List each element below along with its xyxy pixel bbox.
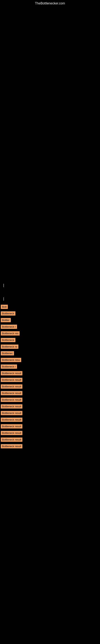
bottleneck-label: Bottleneck result — [1, 424, 22, 428]
bottleneck-item[interactable]: Bott — [0, 304, 100, 310]
bottleneck-item[interactable]: Bottlenec — [0, 350, 100, 356]
bottleneck-item[interactable]: Bottleneck — [0, 337, 100, 343]
bottleneck-label: Bottleneck result — [1, 384, 22, 388]
bottleneck-label: Bottleneck result — [1, 398, 22, 402]
bottleneck-label: Bottleneck result — [1, 438, 22, 442]
bottleneck-label: Bottleneck result — [1, 371, 22, 375]
bottleneck-item[interactable]: Bottleneck result — [0, 423, 100, 430]
bottleneck-item[interactable]: Bottleneck result — [0, 396, 100, 403]
bottleneck-item[interactable]: Bottler — [0, 317, 100, 324]
bottleneck-item[interactable]: Bottleneck — [0, 310, 100, 317]
bottleneck-item[interactable]: Bottleneck result — [0, 376, 100, 383]
bottleneck-label: Bottleneck result — [1, 418, 22, 422]
bottleneck-list: BottBottleneckBottlerBottleneck rBottlen… — [0, 304, 100, 450]
bottleneck-label: Bottleneck — [1, 311, 15, 316]
bottleneck-label: Bottleneck r — [1, 364, 17, 369]
bottleneck-label: Bottleneck result — [1, 431, 22, 435]
bottleneck-item[interactable]: Bottleneck result — [0, 383, 100, 390]
bottleneck-label: Bott — [1, 305, 8, 309]
bottleneck-item[interactable]: Bottleneck result — [0, 436, 100, 443]
bottleneck-label: Bottlenec — [1, 351, 14, 356]
cursor-1: | — [1, 283, 4, 287]
bottleneck-item[interactable]: Bottleneck result — [0, 443, 100, 450]
bottleneck-item[interactable]: Bottleneck result — [0, 416, 100, 423]
bottleneck-label: Bottleneck result — [1, 378, 22, 382]
bottleneck-label: Bottleneck res — [1, 331, 20, 336]
bottleneck-item[interactable]: Bottleneck re — [0, 343, 100, 350]
bottleneck-item[interactable]: Bottleneck res — [0, 330, 100, 337]
bottleneck-item[interactable]: Bottleneck resu — [0, 356, 100, 363]
site-title: TheBottlenecker.com — [0, 0, 100, 7]
bottleneck-item[interactable]: Bottleneck result — [0, 430, 100, 436]
bottleneck-label: Bottleneck result — [1, 391, 22, 395]
bottleneck-label: Bottleneck — [1, 338, 15, 342]
cursor-2: | — [1, 297, 4, 301]
bottleneck-label: Bottleneck re — [1, 344, 18, 349]
bottleneck-label: Bottleneck resu — [1, 358, 21, 362]
bottleneck-label: Bottler — [1, 318, 11, 322]
bottleneck-label: Bottleneck r — [1, 324, 17, 329]
bottleneck-item[interactable]: Bottleneck r — [0, 363, 100, 370]
bottleneck-label: Bottleneck result — [1, 411, 22, 415]
bottleneck-label: Bottleneck result — [1, 444, 22, 448]
bottleneck-item[interactable]: Bottleneck result — [0, 370, 100, 376]
bottleneck-item[interactable]: Bottleneck result — [0, 390, 100, 396]
bottleneck-label: Bottleneck result — [1, 404, 22, 408]
bottleneck-item[interactable]: Bottleneck result — [0, 403, 100, 410]
bottleneck-item[interactable]: Bottleneck r — [0, 324, 100, 330]
bottleneck-item[interactable]: Bottleneck result — [0, 410, 100, 416]
